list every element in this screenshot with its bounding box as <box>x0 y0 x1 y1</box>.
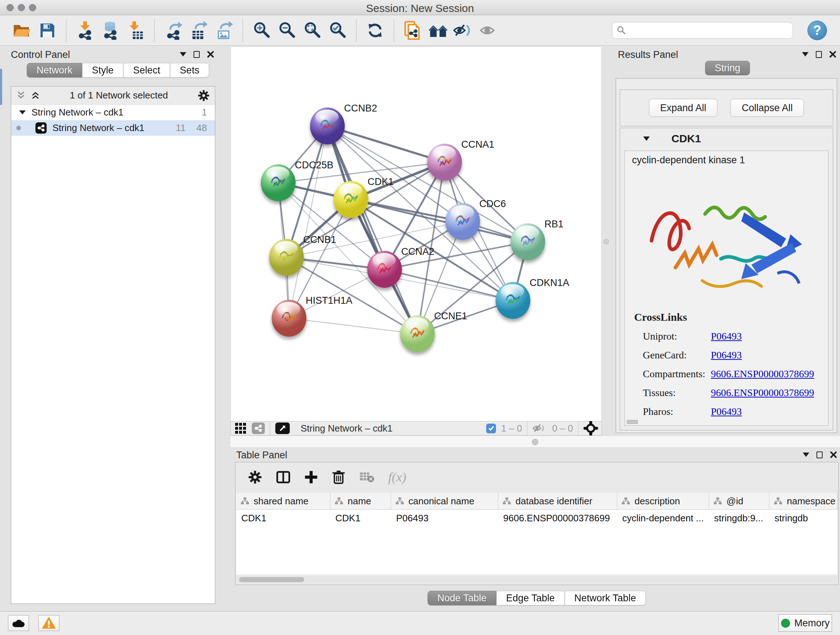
columns-icon[interactable] <box>276 470 291 485</box>
close-panel-icon[interactable] <box>207 51 214 58</box>
network-edge[interactable] <box>289 126 327 318</box>
scrollbar-thumb[interactable] <box>239 577 304 582</box>
expand-all-button[interactable]: Expand All <box>649 99 718 117</box>
crosslink-value-link[interactable]: 9606.ENSP00000378699 <box>711 368 814 380</box>
network-node-ccnb1[interactable] <box>269 239 304 276</box>
section-expander-icon[interactable] <box>643 136 650 141</box>
splitter-handle[interactable] <box>532 439 538 445</box>
tab-select[interactable]: Select <box>123 63 170 78</box>
column-header-database-identifier[interactable]: database identifier <box>498 493 617 509</box>
grid-view-icon[interactable] <box>234 422 247 434</box>
zoom-fit-button[interactable] <box>300 19 325 42</box>
float-panel-icon[interactable] <box>816 451 823 458</box>
import-network-database-button[interactable] <box>98 19 123 42</box>
network-node-cdc25b[interactable] <box>261 165 295 201</box>
close-panel-icon[interactable] <box>829 51 836 58</box>
collapse-all-icon[interactable] <box>16 91 26 100</box>
column-header-namespace[interactable]: namespace <box>769 493 837 509</box>
network-edge[interactable] <box>289 318 417 334</box>
tab-sets[interactable]: Sets <box>170 63 209 78</box>
show-glass-button[interactable] <box>476 19 501 42</box>
gear-icon[interactable] <box>197 89 210 102</box>
network-edge[interactable] <box>327 126 445 162</box>
network-node-rb1[interactable] <box>510 223 545 260</box>
crosslink-value-link[interactable]: P06493 <box>711 349 742 361</box>
center-view-icon[interactable] <box>584 421 598 435</box>
cloud-button[interactable] <box>8 615 29 631</box>
table-cell[interactable]: CDK1 <box>330 510 391 526</box>
add-icon[interactable] <box>304 470 318 484</box>
table-row[interactable]: CDK1CDK1P064939606.ENSP00000378699cyclin… <box>236 510 837 526</box>
search-input[interactable] <box>629 25 788 36</box>
import-table-button[interactable] <box>123 19 148 42</box>
open-session-button[interactable] <box>9 19 35 42</box>
table-cell[interactable]: stringdb:9... <box>709 510 769 526</box>
network-node-ccne1[interactable] <box>400 315 435 352</box>
table-cell[interactable]: cyclin-dependent ... <box>617 510 709 526</box>
crosslink-value-link[interactable]: P06493 <box>711 331 742 342</box>
crosslink-value-link[interactable]: 9606.ENSP00000378699 <box>711 387 814 399</box>
help-button[interactable]: ? <box>807 21 827 40</box>
column-header-shared-name[interactable]: shared name <box>236 493 330 509</box>
table-cell[interactable]: P06493 <box>391 510 498 526</box>
zoom-selected-button[interactable] <box>325 19 350 42</box>
network-node-ccna1[interactable] <box>427 144 462 181</box>
panel-menu-icon[interactable] <box>802 52 808 57</box>
tab-string[interactable]: String <box>705 61 750 75</box>
network-view-icon[interactable] <box>252 423 265 434</box>
float-panel-icon[interactable] <box>816 51 822 58</box>
tab-network-table[interactable]: Network Table <box>565 591 646 605</box>
network-node-cdk1[interactable] <box>333 181 368 218</box>
export-table-button[interactable] <box>186 19 211 42</box>
panel-menu-icon[interactable] <box>180 52 186 57</box>
close-panel-icon[interactable] <box>830 451 837 458</box>
network-node-cdkn1a[interactable] <box>496 282 531 319</box>
column-header-canonical-name[interactable]: canonical name <box>391 493 498 509</box>
horizontal-splitter[interactable] <box>231 435 840 448</box>
crosslink-value-link[interactable]: P06493 <box>711 406 742 417</box>
network-node-cdc6[interactable] <box>445 203 480 240</box>
network-canvas[interactable]: CCNB2CCNA1CDC25BCDK1CDC6RB1CCNB1CCNA2CDK… <box>231 47 602 421</box>
table-cell[interactable]: stringdb <box>769 510 837 526</box>
selected-checkbox-icon[interactable] <box>486 424 496 433</box>
expand-all-icon[interactable] <box>31 91 40 100</box>
trash-icon[interactable] <box>332 470 346 485</box>
tab-network[interactable]: Network <box>27 63 82 78</box>
table-hscrollbar[interactable] <box>236 576 837 583</box>
memory-button[interactable]: Memory <box>778 614 832 632</box>
tab-style[interactable]: Style <box>82 63 123 78</box>
zoom-out-button[interactable] <box>274 19 300 42</box>
warnings-button[interactable] <box>38 615 59 631</box>
network-collection-row[interactable]: String Network – cdk1 1 <box>11 105 215 120</box>
table-cell[interactable]: CDK1 <box>236 510 330 526</box>
table-cell[interactable]: 9606.ENSP00000378699 <box>498 510 617 526</box>
hide-glass-button[interactable] <box>451 19 476 42</box>
column-header-name[interactable]: name <box>330 493 391 509</box>
column-header-description[interactable]: description <box>617 493 709 509</box>
apply-layout-button[interactable] <box>363 19 388 42</box>
panel-splitter-handle[interactable] <box>603 239 609 244</box>
network-edge[interactable] <box>385 269 513 301</box>
tree-expander-icon[interactable] <box>19 111 26 114</box>
export-image-button[interactable] <box>211 19 237 42</box>
network-node-ccna2[interactable] <box>367 251 402 288</box>
panel-menu-icon[interactable] <box>803 453 809 457</box>
inner-scrollbar[interactable] <box>627 420 638 424</box>
save-session-button[interactable] <box>35 19 60 42</box>
zoom-in-button[interactable] <box>249 19 274 42</box>
string-home-button[interactable] <box>425 19 451 42</box>
collapsed-panel-handle[interactable] <box>0 69 2 105</box>
birds-eye-view-button[interactable] <box>275 423 290 434</box>
collapse-all-button[interactable]: Collapse All <box>730 99 804 117</box>
network-node-ccnb2[interactable] <box>310 108 345 144</box>
network-node-hist1h1a[interactable] <box>272 300 306 337</box>
import-network-file-button[interactable] <box>73 19 98 42</box>
export-network-button[interactable] <box>161 19 186 42</box>
column-header-@id[interactable]: @id <box>709 493 769 509</box>
network-row[interactable]: String Network – cdk1 11 48 <box>11 120 215 136</box>
tab-node-table[interactable]: Node Table <box>428 591 496 605</box>
string-protein-query-button[interactable] <box>400 19 425 42</box>
tab-edge-table[interactable]: Edge Table <box>496 591 565 605</box>
float-panel-icon[interactable] <box>194 51 200 58</box>
gear-icon[interactable] <box>248 470 262 485</box>
